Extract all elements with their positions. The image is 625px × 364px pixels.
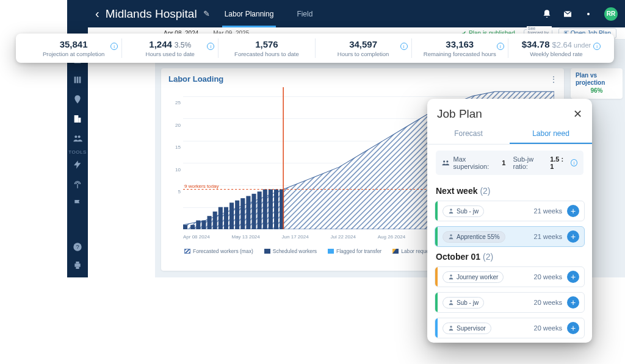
svg-rect-25 (213, 212, 217, 229)
kpi-item: 1,576Forecasted hours to date (219, 39, 314, 57)
svg-rect-33 (258, 191, 262, 229)
svg-rect-36 (274, 190, 278, 230)
add-button[interactable]: + (567, 271, 579, 283)
kpi-item: 33,163Remaining forecasted hoursi (412, 39, 508, 57)
tab-labor-planning[interactable]: Labor Planning (222, 0, 276, 27)
job-plan-row[interactable]: Sub - jw 20 weeks + (435, 292, 585, 313)
top-tabs: Labor Planning Field (222, 0, 316, 27)
svg-rect-35 (269, 190, 273, 230)
svg-rect-20 (183, 225, 187, 229)
stripe (435, 293, 438, 312)
svg-rect-29 (235, 201, 239, 229)
role-chip: Journey worker (443, 271, 504, 283)
job-plan-tabs: Forecast Labor need (427, 124, 592, 145)
svg-rect-27 (224, 207, 228, 229)
add-button[interactable]: + (567, 322, 579, 334)
chart-title: Labor Loading (168, 74, 557, 84)
info-icon[interactable]: i (400, 43, 408, 50)
info-icon[interactable]: i (497, 43, 504, 50)
add-button[interactable]: + (567, 296, 579, 309)
close-icon[interactable]: ✕ (573, 107, 582, 121)
weeks-label: 20 weeks (534, 273, 562, 280)
svg-rect-21 (190, 225, 195, 229)
job-plan-row[interactable]: Supervisor 20 weeks + (435, 318, 585, 338)
kpi-item: 34,597Hours to completioni (316, 39, 411, 57)
svg-rect-22 (196, 220, 200, 229)
weeks-label: 21 weeks (534, 233, 562, 240)
tab-forecast[interactable]: Forecast (427, 124, 510, 144)
kpi-strip: 35,841Projection at completioni1,2443.5%… (16, 34, 614, 63)
info-icon[interactable]: i (571, 159, 577, 166)
avatar[interactable]: RR (604, 7, 618, 21)
job-plan-title: Job Plan (437, 107, 482, 121)
workers-today-label: 9 workers today (184, 184, 219, 189)
job-plan-row[interactable]: Apprentice 55% 21 weeks + (435, 226, 585, 247)
svg-rect-32 (251, 194, 256, 229)
kpi-item: $34.78$2.64underWeekly blended ratei (508, 39, 604, 57)
job-plan-meta: Max supervision: 1 Sub-jw ratio: 1.5 : 1… (436, 151, 583, 175)
svg-rect-30 (240, 198, 245, 229)
legend-flagged-swatch (328, 249, 334, 254)
stripe (435, 201, 438, 221)
add-button[interactable]: + (567, 205, 579, 217)
job-plan-panel: Job Plan ✕ Forecast Labor need Max super… (427, 99, 592, 343)
add-button[interactable]: + (567, 230, 579, 243)
role-chip: Supervisor (443, 323, 491, 334)
weeks-label: 20 weeks (534, 324, 562, 332)
job-plan-section-title: Next week (2) (436, 186, 583, 196)
legend-requests-swatch (392, 249, 399, 254)
svg-point-40 (443, 160, 445, 162)
stripe (435, 267, 438, 287)
role-chip: Sub - jw (443, 297, 484, 309)
svg-rect-24 (208, 216, 212, 229)
job-plan-row[interactable]: Sub - jw 21 weeks + (435, 201, 585, 221)
project-title: Midlands Hospital (106, 7, 197, 21)
app-topbar: ‹ Midlands Hospital ✎ Labor Planning Fie… (67, 0, 625, 27)
svg-point-46 (450, 326, 452, 327)
tab-field[interactable]: Field (294, 0, 315, 27)
svg-point-45 (450, 300, 452, 302)
plan-vs-projection-card: Plan vs projection 96% (571, 68, 623, 99)
svg-point-43 (450, 234, 452, 236)
weeks-label: 20 weeks (534, 299, 562, 306)
job-plan-list[interactable]: Next week (2) Sub - jw 21 weeks + Appren… (427, 181, 592, 343)
svg-rect-23 (201, 220, 206, 229)
tab-labor-need[interactable]: Labor need (510, 124, 592, 144)
gear-icon[interactable] (583, 9, 593, 19)
job-plan-row[interactable]: Journey worker 20 weeks + (435, 266, 585, 287)
legend-forecast-swatch (184, 249, 190, 254)
mail-icon[interactable] (563, 9, 573, 19)
svg-rect-34 (263, 190, 267, 230)
svg-point-44 (450, 274, 452, 276)
edit-icon[interactable]: ✎ (203, 9, 210, 18)
role-chip: Apprentice 55% (443, 231, 505, 243)
legend-scheduled-swatch (264, 249, 270, 254)
job-plan-section-title: October 01 (2) (436, 252, 583, 262)
weeks-label: 21 weeks (534, 207, 562, 215)
svg-rect-28 (229, 202, 234, 229)
svg-rect-31 (246, 196, 250, 229)
kpi-item: 35,841Projection at completioni (26, 39, 121, 57)
chart-menu-icon[interactable]: ⋮ (549, 74, 558, 84)
info-icon[interactable]: i (593, 43, 601, 50)
kpi-item: 1,2443.5%Hours used to datei (122, 39, 218, 57)
svg-point-17 (587, 13, 590, 15)
stripe (435, 227, 438, 246)
svg-rect-26 (219, 207, 223, 229)
back-button[interactable]: ‹ (95, 7, 99, 21)
bell-icon[interactable] (542, 9, 552, 19)
people-icon (442, 159, 450, 166)
svg-point-41 (446, 160, 448, 162)
role-chip: Sub - jw (443, 205, 484, 217)
stripe (435, 318, 438, 338)
svg-point-42 (450, 209, 452, 210)
